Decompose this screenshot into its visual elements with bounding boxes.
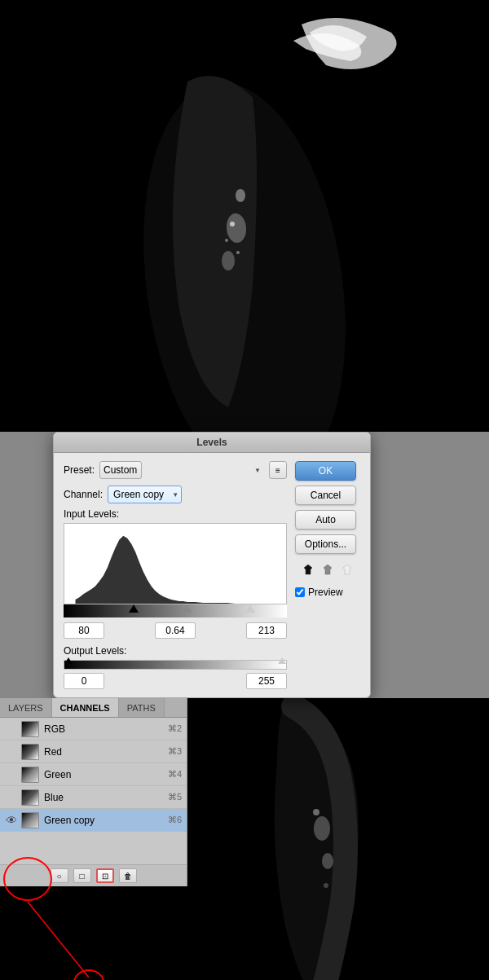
eyedropper-black-icon[interactable] [300, 562, 316, 578]
output-levels-label: Output Levels: [64, 645, 287, 657]
annotation-circle-toolbar [73, 969, 104, 980]
panel-left-wrapper: LAYERS CHANNELS PATHS RGB ⌘2 [0, 698, 187, 980]
preset-select[interactable]: Custom Default [99, 461, 142, 479]
channel-name-blue: Blue [44, 792, 168, 803]
input-values-row: 80 0.64 213 [64, 622, 287, 639]
channel-item-green-copy[interactable]: 👁 Green copy ⌘6 [0, 809, 187, 832]
channel-shortcut-red: ⌘3 [168, 746, 182, 757]
dialog-left: Preset: Custom Default ≡ Channel: Gree [64, 461, 287, 689]
channel-shortcut-rgb: ⌘2 [168, 723, 182, 734]
levels-dialog: Levels Preset: Custom Default ≡ [53, 432, 371, 698]
output-slider-track[interactable] [64, 660, 287, 670]
channel-thumb-blue [21, 789, 39, 806]
tab-layers[interactable]: LAYERS [0, 698, 52, 717]
channel-eye-blue[interactable] [5, 791, 18, 804]
channel-eye-green[interactable] [5, 768, 18, 781]
channel-thumb-rgb [21, 721, 39, 737]
channel-label-text: Channel: [64, 489, 103, 500]
channel-thumb-red [21, 744, 39, 760]
ok-button[interactable]: OK [295, 461, 356, 481]
svg-point-7 [225, 239, 228, 242]
input-white-value[interactable]: 213 [246, 622, 287, 639]
histogram-container [64, 523, 287, 604]
options-button[interactable]: Options... [295, 534, 356, 554]
tab-channels[interactable]: CHANNELS [52, 698, 119, 717]
channel-eye-red[interactable] [5, 745, 18, 758]
channel-shortcut-green-copy: ⌘6 [168, 815, 182, 825]
preset-label: Preset: [64, 464, 95, 476]
channel-select-wrapper: Green copy RGB Red Green Blue [108, 486, 182, 503]
auto-button[interactable]: Auto [295, 510, 356, 530]
svg-point-4 [236, 189, 245, 202]
channel-name-red: Red [44, 746, 168, 758]
toolbar-btn-duplicate[interactable]: ⊡ [96, 868, 114, 883]
panel-left: LAYERS CHANNELS PATHS RGB ⌘2 [0, 698, 187, 886]
output-black-thumb[interactable] [64, 657, 73, 664]
svg-line-9 [28, 902, 89, 978]
image-top [0, 0, 489, 432]
image-bottom [187, 698, 489, 943]
svg-point-13 [313, 809, 319, 815]
output-white-value[interactable]: 255 [246, 673, 287, 689]
input-black-value[interactable]: 80 [64, 622, 104, 639]
preview-checkbox[interactable] [295, 587, 305, 597]
input-levels-label: Input Levels: [64, 508, 287, 520]
input-mid-thumb[interactable] [182, 604, 192, 613]
toolbar-btn-square[interactable]: □ [73, 868, 91, 883]
panel-tabs: LAYERS CHANNELS PATHS [0, 698, 187, 718]
svg-point-6 [236, 251, 240, 254]
channel-item-green[interactable]: Green ⌘4 [0, 763, 187, 786]
panel-row: LAYERS CHANNELS PATHS RGB ⌘2 [0, 698, 489, 980]
svg-point-3 [222, 251, 235, 270]
channel-eye-green-copy[interactable]: 👁 [5, 814, 18, 827]
dialog-titlebar: Levels [54, 433, 370, 453]
channel-name-green: Green [44, 769, 168, 780]
tab-paths[interactable]: PATHS [119, 698, 165, 717]
preset-select-wrapper: Custom Default [99, 461, 264, 479]
output-white-thumb[interactable] [278, 657, 286, 664]
preview-label: Preview [308, 587, 343, 598]
channel-eye-rgb[interactable] [5, 723, 18, 736]
svg-point-12 [322, 853, 333, 869]
svg-point-11 [314, 816, 330, 841]
channel-select[interactable]: Green copy RGB Red Green Blue [108, 486, 182, 503]
cancel-button[interactable]: Cancel [295, 486, 356, 505]
channel-name-green-copy: Green copy [44, 815, 168, 826]
output-black-value[interactable]: 0 [64, 673, 104, 689]
input-white-thumb[interactable] [245, 604, 255, 613]
channel-thumb-green-copy [21, 812, 39, 828]
dialog-right: OK Cancel Auto Options... [295, 461, 360, 689]
preset-row: Preset: Custom Default ≡ [64, 461, 287, 479]
svg-point-5 [230, 222, 235, 226]
eyedropper-white-icon[interactable] [339, 562, 355, 578]
input-mid-value[interactable]: 0.64 [155, 622, 196, 639]
channel-thumb-green [21, 767, 39, 783]
preset-menu-icon[interactable]: ≡ [269, 461, 287, 479]
channel-name-rgb: RGB [44, 723, 168, 735]
channel-item-red[interactable]: Red ⌘3 [0, 740, 187, 763]
panel-toolbar: ○ □ ⊡ 🗑 [0, 864, 187, 886]
channel-shortcut-blue: ⌘5 [168, 792, 182, 802]
preview-row: Preview [295, 587, 360, 598]
dialog-overlay: Levels Preset: Custom Default ≡ [0, 432, 489, 698]
eyedropper-row [295, 562, 360, 578]
channel-item-blue[interactable]: Blue ⌘5 [0, 786, 187, 809]
eyedropper-grey-icon[interactable] [319, 562, 336, 578]
channel-shortcut-green-3: ⌘4 [168, 769, 182, 780]
channel-row: Channel: Green copy RGB Red Green Blue [64, 486, 287, 503]
panel-spacer [0, 832, 187, 864]
svg-point-14 [324, 883, 328, 888]
dialog-title: Levels [196, 437, 227, 448]
output-values-row: 0 255 [64, 673, 287, 689]
toolbar-btn-circle[interactable]: ○ [51, 868, 68, 883]
input-black-thumb[interactable] [129, 604, 139, 613]
channel-item-rgb[interactable]: RGB ⌘2 [0, 718, 187, 740]
input-slider-track[interactable] [64, 604, 287, 617]
toolbar-btn-delete[interactable]: 🗑 [119, 868, 137, 883]
